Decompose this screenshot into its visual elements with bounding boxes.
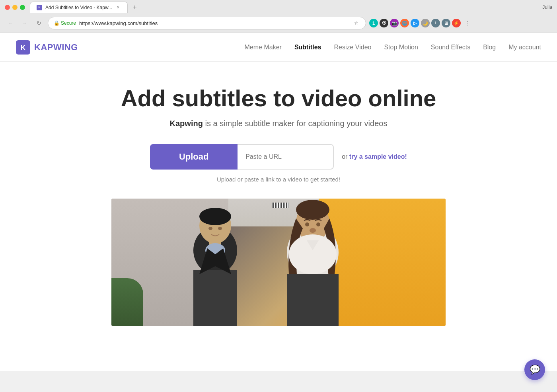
website: K KAPWING Meme Maker Subtitles Resize Vi… <box>0 33 557 371</box>
active-tab[interactable]: K Add Subtitles to Video - Kapw... × <box>30 2 128 13</box>
user-name: Julia <box>542 4 552 10</box>
svg-point-14 <box>296 200 329 220</box>
ext-icon-9[interactable]: ⚡ <box>452 19 461 27</box>
nav-subtitles[interactable]: Subtitles <box>294 44 321 51</box>
site-header: K KAPWING Meme Maker Subtitles Resize Vi… <box>0 33 557 62</box>
back-button[interactable]: ← <box>5 18 16 29</box>
nav-blog[interactable]: Blog <box>483 44 496 51</box>
nav-resize-video[interactable]: Resize Video <box>334 44 371 51</box>
logo-link[interactable]: K KAPWING <box>16 40 78 55</box>
main-content: Add subtitles to video online Kapwing is… <box>0 62 557 342</box>
nav-stop-motion[interactable]: Stop Motion <box>384 44 418 51</box>
svg-point-10 <box>208 227 212 230</box>
address-bar-icons: ☆ <box>352 19 360 27</box>
address-bar[interactable]: 🔒 Secure https://www.kapwing.com/subtitl… <box>48 17 366 29</box>
title-bar: K Add Subtitles to Video - Kapw... × + J… <box>0 0 557 14</box>
person-silhouette-1 <box>171 203 259 326</box>
svg-text:K: K <box>21 44 26 52</box>
hero-title: Add subtitles to video online <box>8 86 549 111</box>
chat-icon: 💬 <box>530 365 540 371</box>
nav-my-account[interactable]: My account <box>508 44 541 51</box>
address-bar-row: ← → ↻ 🔒 Secure https://www.kapwing.com/s… <box>0 14 557 33</box>
upload-button[interactable]: Upload <box>150 144 238 170</box>
url-text: https://www.kapwing.com/subtitles <box>79 20 158 26</box>
svg-rect-17 <box>287 274 339 326</box>
ext-icon-3[interactable]: 📷 <box>390 19 399 27</box>
url-input[interactable] <box>238 144 334 170</box>
ext-icon-8[interactable]: ⊞ <box>442 19 450 27</box>
helper-text: Upload or paste a link to a video to get… <box>8 176 549 183</box>
forward-button[interactable]: → <box>19 18 30 29</box>
input-row: Upload or try a sample video! <box>8 144 549 170</box>
person-silhouette-2 <box>265 199 360 326</box>
tab-bar: K Add Subtitles to Video - Kapw... × + <box>30 2 542 13</box>
video-preview <box>111 199 446 326</box>
or-sample-text: or try a sample video! <box>342 153 407 160</box>
tab-favicon: K <box>37 5 42 10</box>
secure-badge: 🔒 Secure <box>54 20 76 26</box>
logo-text: KAPWING <box>34 42 78 53</box>
site-nav: Meme Maker Subtitles Resize Video Stop M… <box>245 44 541 51</box>
video-background <box>111 199 446 326</box>
svg-point-18 <box>305 222 309 226</box>
logo-icon: K <box>16 40 30 55</box>
menu-button[interactable]: ⋮ <box>462 18 473 29</box>
ext-icon-2[interactable]: ⦿ <box>380 19 388 27</box>
bookmark-icon[interactable]: ☆ <box>352 19 360 27</box>
new-tab-button[interactable]: + <box>129 2 140 13</box>
svg-rect-7 <box>193 270 237 326</box>
close-button[interactable] <box>5 5 10 10</box>
svg-point-11 <box>218 227 222 230</box>
sample-video-link[interactable]: try a sample video! <box>349 153 407 160</box>
hero-subtitle: Kapwing is a simple subtitle maker for c… <box>8 119 549 128</box>
tab-close-button[interactable]: × <box>115 5 121 10</box>
svg-point-19 <box>316 222 320 226</box>
ext-icon-1[interactable]: 1 <box>369 19 378 27</box>
traffic-lights <box>5 5 25 10</box>
svg-point-4 <box>199 208 231 225</box>
plant <box>111 278 143 326</box>
ext-icon-6[interactable]: 🌙 <box>421 19 430 27</box>
ext-icon-4[interactable]: 🌐 <box>400 19 409 27</box>
maximize-button[interactable] <box>20 5 25 10</box>
hero-subtitle-rest: is a simple subtitle maker for captionin… <box>203 119 388 128</box>
ext-icon-5[interactable]: ▷ <box>411 19 419 27</box>
minimize-button[interactable] <box>12 5 18 10</box>
reload-button[interactable]: ↻ <box>33 18 45 29</box>
nav-meme-maker[interactable]: Meme Maker <box>245 44 282 51</box>
tab-title: Add Subtitles to Video - Kapw... <box>45 5 112 10</box>
hero-subtitle-brand: Kapwing <box>170 119 203 128</box>
nav-sound-effects[interactable]: Sound Effects <box>431 44 470 51</box>
toolbar-icons: 1 ⦿ 📷 🌐 ▷ 🌙 i ⊞ ⚡ ⋮ <box>369 18 473 29</box>
or-text: or <box>342 153 349 160</box>
svg-point-20 <box>310 228 316 233</box>
ext-icon-7[interactable]: i <box>431 19 440 27</box>
browser-chrome: K Add Subtitles to Video - Kapw... × + J… <box>0 0 557 33</box>
